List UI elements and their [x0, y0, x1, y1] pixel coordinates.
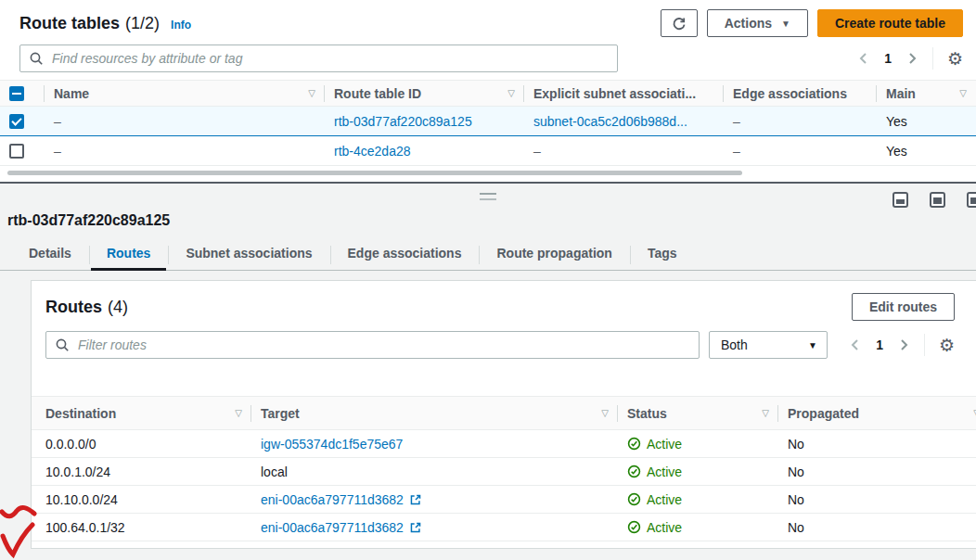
tab-route-propagation[interactable]: Route propagation	[479, 239, 629, 270]
refresh-icon	[672, 16, 687, 31]
sort-icon[interactable]: ▽	[952, 88, 967, 98]
divider	[924, 334, 925, 356]
column-header-route-table-id[interactable]: Route table ID▽	[325, 81, 524, 107]
preferences-gear-icon[interactable]: ⚙	[939, 337, 955, 354]
routes-header-row: Destination▽ Target▽ Status▽ Propagated▽	[32, 397, 976, 430]
tab-edge-associations[interactable]: Edge associations	[330, 239, 480, 270]
sort-icon[interactable]: ▽	[500, 88, 515, 98]
previous-page-icon[interactable]	[857, 52, 870, 65]
filter-scope-value: Both	[721, 337, 748, 352]
page-number[interactable]: 1	[884, 51, 892, 66]
routes-count: (4)	[108, 298, 128, 317]
chevron-down-icon: ▼	[808, 340, 817, 350]
cell-destination: 10.0.1.0/24	[32, 458, 251, 486]
table-header-row: Name▽ Route table ID▽ Explicit subnet as…	[0, 81, 976, 107]
cell-explicit-subnet: –	[524, 136, 724, 166]
tab-routes[interactable]: Routes	[89, 239, 168, 270]
cell-destination: 0.0.0.0/0	[32, 430, 251, 458]
list-toolbar: 1 ⚙	[0, 37, 976, 72]
edit-routes-button[interactable]: Edit routes	[852, 293, 955, 321]
column-header-main[interactable]: Main▽	[877, 81, 976, 107]
search-input[interactable]	[19, 45, 618, 72]
scrollbar-thumb[interactable]	[7, 171, 742, 175]
preferences-gear-icon[interactable]: ⚙	[947, 50, 963, 68]
sort-icon[interactable]: ▽	[594, 408, 609, 418]
route-row: 10.10.0.0/24 eni-00ac6a797711d3682 Activ…	[32, 486, 976, 514]
actions-label: Actions	[725, 16, 772, 31]
cell-destination: 10.10.0.0/24	[32, 486, 251, 514]
panel-full-icon[interactable]	[930, 192, 945, 208]
column-header-explicit-subnet[interactable]: Explicit subnet associati...	[524, 81, 724, 107]
column-header-name[interactable]: Name▽	[45, 81, 325, 107]
route-table-id-link[interactable]: rtb-4ce2da28	[334, 144, 411, 159]
row-checkbox[interactable]	[9, 144, 24, 159]
table-row[interactable]: – rtb-4ce2da28 – – Yes	[0, 136, 976, 166]
next-page-icon[interactable]	[905, 52, 918, 65]
column-header-propagated[interactable]: Propagated▽	[778, 397, 976, 430]
target-link[interactable]: eni-00ac6a797711d3682	[261, 520, 404, 535]
tab-tags[interactable]: Tags	[630, 239, 695, 270]
row-checkbox[interactable]	[9, 114, 24, 129]
sort-icon[interactable]: ▽	[966, 408, 976, 418]
filter-routes-input[interactable]	[45, 331, 700, 359]
search-icon	[55, 337, 70, 352]
info-link[interactable]: Info	[171, 19, 191, 32]
column-header-status[interactable]: Status▽	[618, 397, 778, 430]
routes-table: Destination▽ Target▽ Status▽ Propagated▽…	[32, 396, 976, 541]
routes-toolbar: Both ▼ 1 ⚙	[32, 321, 976, 359]
column-header-edge-associations[interactable]: Edge associations	[724, 81, 877, 107]
aws-console-route-tables: Route tables (1/2) Info Actions ▼ Create…	[0, 0, 976, 560]
panel-side-icon[interactable]	[967, 192, 976, 208]
target-link[interactable]: eni-00ac6a797711d3682	[261, 492, 404, 507]
column-header-target[interactable]: Target▽	[251, 397, 618, 430]
external-link-icon[interactable]	[409, 521, 422, 534]
routes-pagination: 1 ⚙	[849, 334, 955, 356]
check-circle-icon	[627, 520, 641, 534]
page-title-group: Route tables (1/2) Info	[19, 14, 191, 33]
sort-icon[interactable]: ▽	[754, 408, 769, 418]
sort-icon[interactable]: ▽	[301, 88, 315, 98]
filter-box	[45, 331, 700, 359]
create-label: Create route table	[835, 16, 945, 31]
page-number[interactable]: 1	[876, 337, 883, 352]
route-tables-table: Name▽ Route table ID▽ Explicit subnet as…	[0, 80, 976, 166]
check-circle-icon	[627, 437, 641, 451]
routes-card: Routes (4) Edit routes Both ▼	[31, 280, 976, 549]
route-row: 0.0.0.0/0 igw-055374dc1f5e75e67 Active N…	[32, 430, 976, 458]
cell-destination: 100.64.0.1/32	[32, 514, 251, 541]
route-table-id-link[interactable]: rtb-03d77af220c89a125	[334, 114, 472, 129]
divider	[932, 47, 933, 70]
check-circle-icon	[627, 492, 641, 506]
detail-panel: rtb-03d77af220c89a125 Details Routes Sub…	[0, 184, 976, 560]
split-handle-row	[0, 184, 976, 206]
page-title: Route tables	[19, 14, 120, 33]
filter-scope-select[interactable]: Both ▼	[709, 331, 828, 359]
cell-propagated: No	[778, 486, 976, 514]
next-page-icon[interactable]	[897, 338, 910, 351]
actions-button[interactable]: Actions ▼	[707, 9, 808, 37]
tab-details[interactable]: Details	[11, 239, 89, 270]
cell-name: –	[45, 136, 325, 166]
status-badge: Active	[627, 437, 769, 452]
sort-icon[interactable]: ▽	[227, 408, 242, 418]
column-header-destination[interactable]: Destination▽	[32, 397, 251, 430]
search-icon	[29, 51, 44, 66]
chevron-down-icon: ▼	[781, 19, 790, 29]
previous-page-icon[interactable]	[849, 338, 862, 351]
route-row: 100.64.0.1/32 eni-00ac6a797711d3682 Acti…	[32, 514, 976, 541]
select-all-checkbox[interactable]	[9, 86, 24, 101]
target-link[interactable]: igw-055374dc1f5e75e67	[261, 437, 403, 452]
cell-main: Yes	[877, 107, 976, 136]
refresh-button[interactable]	[661, 9, 698, 37]
detail-tabs: Details Routes Subnet associations Edge …	[0, 239, 976, 271]
cell-target: local	[251, 458, 618, 486]
tab-subnet-associations[interactable]: Subnet associations	[168, 239, 329, 270]
detail-heading: rtb-03d77af220c89a125	[0, 206, 976, 229]
panel-bottom-icon[interactable]	[893, 192, 908, 208]
subnet-link[interactable]: subnet-0ca5c2d06b988d...	[533, 114, 687, 129]
create-route-table-button[interactable]: Create route table	[817, 9, 963, 37]
split-drag-handle-icon[interactable]	[480, 193, 496, 200]
external-link-icon[interactable]	[409, 493, 422, 506]
table-row-selected[interactable]: – rtb-03d77af220c89a125 subnet-0ca5c2d06…	[0, 107, 976, 136]
check-circle-icon	[627, 465, 641, 478]
